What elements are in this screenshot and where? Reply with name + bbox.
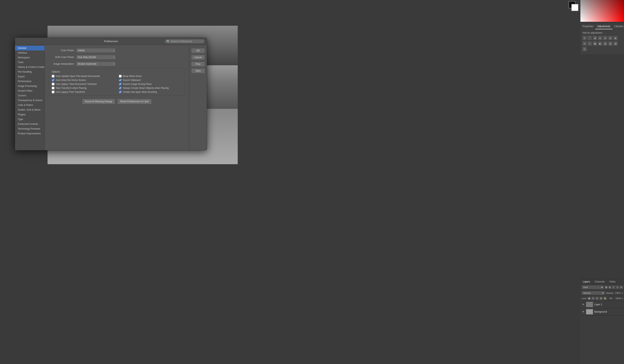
- checkbox-auto-update-label: Auto-Update Open File-based Documents: [56, 75, 100, 78]
- colorlookup-icon[interactable]: ▦: [593, 41, 597, 46]
- tab-adjustments[interactable]: Adjustments: [595, 24, 612, 29]
- color-picker-gradient[interactable]: [580, 0, 624, 22]
- posterize-icon[interactable]: ▤: [603, 41, 607, 46]
- tab-properties[interactable]: Properties: [580, 24, 595, 29]
- fg-bg-swatches[interactable]: [569, 1, 579, 11]
- sidebar-item-plugins[interactable]: Plugins: [15, 112, 45, 117]
- checkbox-new-layer-brush-input[interactable]: [119, 91, 122, 93]
- layer-visibility-layer1[interactable]: 👁: [582, 303, 585, 306]
- checkbox-home-screen-input[interactable]: [52, 79, 54, 82]
- layer-visibility-background[interactable]: 👁: [582, 310, 585, 313]
- hsl-icon[interactable]: ⊕: [603, 36, 607, 40]
- tab-libraries[interactable]: Libraries: [612, 24, 624, 29]
- brightness-icon[interactable]: ☀: [582, 36, 587, 40]
- filter-smart-icon[interactable]: ◈: [620, 286, 623, 289]
- gradient-map-icon[interactable]: ▧: [613, 41, 618, 46]
- color-picker-select[interactable]: Adobe Windows macOS: [76, 48, 116, 53]
- prev-button[interactable]: Prev: [191, 62, 205, 67]
- checkbox-resize-place-input[interactable]: [119, 83, 122, 86]
- sidebar-item-enhanced[interactable]: Enhanced Controls: [15, 122, 45, 126]
- ok-button[interactable]: OK: [191, 48, 205, 53]
- checkbox-export-clipboard-input[interactable]: [119, 79, 122, 82]
- checkbox-legacy-new-input[interactable]: [52, 83, 54, 86]
- hud-color-picker-select-wrapper: Hue Strip (Small) Hue Strip (Medium) Hue…: [76, 55, 116, 60]
- colorbal-icon[interactable]: ⊞: [608, 36, 613, 40]
- adjustment-icons-row1: ☀ ⌒ ◑ ◈ ⊕ ⊞ ◐: [582, 36, 622, 40]
- sidebar-item-export[interactable]: Export: [15, 74, 45, 79]
- lock-all-btn[interactable]: 🔒: [603, 297, 607, 300]
- checkbox-legacy-free: Use Legacy Free Transform: [52, 91, 115, 93]
- sidebar-item-guides[interactable]: Guides, Grid & Slices: [15, 107, 45, 112]
- sidebar-item-history[interactable]: History & Content Credentials: [15, 65, 45, 69]
- layers-lock-row: Lock: ▣ ✎ ✛ ⊞ 🔒 Fill: 100% ▾: [580, 296, 624, 301]
- checkbox-skip-transform-input[interactable]: [52, 87, 54, 90]
- photofilter-icon[interactable]: ◫: [582, 41, 587, 46]
- filter-shape-icon[interactable]: ◻: [616, 286, 619, 289]
- opacity-chevron[interactable]: ▾: [622, 292, 623, 294]
- image-interpolation-select-wrapper: Nearest Neighbor Bilinear Bicubic Bicubi…: [76, 62, 116, 66]
- layer-thumb-layer1: [586, 302, 593, 307]
- preferences-search-area: 🔍: [165, 39, 205, 43]
- filter-adj-icon[interactable]: ◐: [608, 286, 612, 289]
- sidebar-item-type[interactable]: Type: [15, 117, 45, 122]
- sidebar-item-imageprocessing[interactable]: Image Processing: [15, 84, 45, 89]
- checkbox-beep-input[interactable]: [119, 75, 122, 78]
- sidebar-item-interface[interactable]: Interface: [15, 50, 45, 55]
- background-swatch[interactable]: [571, 4, 578, 11]
- bw-icon[interactable]: ◐: [613, 36, 618, 40]
- exposure-icon[interactable]: ◑: [593, 36, 597, 40]
- image-interpolation-select[interactable]: Nearest Neighbor Bilinear Bicubic Bicubi…: [76, 62, 116, 66]
- vibrance-icon[interactable]: ◈: [598, 36, 602, 40]
- filter-pixel-icon[interactable]: ▣: [605, 286, 608, 289]
- hud-color-picker-select[interactable]: Hue Strip (Small) Hue Strip (Medium) Hue…: [76, 55, 116, 60]
- sidebar-item-general[interactable]: General: [15, 46, 45, 50]
- sidebar-item-performance[interactable]: Performance: [15, 79, 45, 84]
- preferences-main: Color Picker: Adobe Windows macOS ▾ HUD …: [45, 45, 189, 150]
- fill-chevron[interactable]: ▾: [622, 297, 623, 299]
- next-button[interactable]: Next: [191, 68, 205, 73]
- layers-filter-row: Kind ▣ ◐ T ◻ ◈: [580, 284, 624, 290]
- sidebar-item-units[interactable]: Units & Rulers: [15, 103, 45, 107]
- channelmix-icon[interactable]: ≡: [588, 41, 592, 46]
- reset-warnings-button[interactable]: Reset All Warning Dialogs: [82, 99, 115, 104]
- blend-mode-select[interactable]: Normal Dissolve Multiply: [582, 291, 605, 295]
- opacity-label: Opacity:: [606, 292, 614, 294]
- layer-name-background: Background: [594, 310, 607, 313]
- layers-filter-select[interactable]: Kind: [582, 285, 604, 289]
- adjustments-content: Add an adjustment ☀ ⌒ ◑ ◈ ⊕ ⊞ ◐ ◫ ≡ ▦ ◧ …: [580, 29, 624, 54]
- sidebar-item-cursors[interactable]: Cursors: [15, 93, 45, 98]
- layers-panel: Layers Channels Paths Kind ▣ ◐ T ◻ ◈ Nor…: [580, 279, 624, 364]
- checkbox-smart-objects-input[interactable]: [119, 87, 122, 90]
- sidebar-item-transparency[interactable]: Transparency & Gamut: [15, 98, 45, 103]
- sidebar-item-scratchdisks[interactable]: Scratch Disks: [15, 89, 45, 93]
- sidebar-item-product[interactable]: Product Improvement: [15, 131, 45, 136]
- invert-icon[interactable]: ◧: [598, 41, 602, 46]
- sidebar-item-filehandling[interactable]: File Handling: [15, 69, 45, 74]
- preferences-action-buttons: OK Cancel Prev Next: [189, 45, 207, 150]
- threshold-icon[interactable]: ▥: [608, 41, 613, 46]
- sidebar-item-technology[interactable]: Technology Previews: [15, 126, 45, 131]
- checkbox-smart-objects-label: Always Create Smart Objects when Placing: [123, 87, 169, 90]
- lock-move-btn[interactable]: ✛: [596, 297, 599, 300]
- layer-item-background[interactable]: 👁 Background: [580, 308, 624, 316]
- curves-icon[interactable]: ⌒: [588, 36, 592, 40]
- reset-prefs-button[interactable]: Reset Preferences On Quit: [117, 99, 152, 104]
- checkbox-new-layer-brush: Create new layer when brushing: [119, 91, 182, 93]
- checkbox-export-clipboard-label: Export Clipboard: [123, 79, 140, 82]
- sidebar-item-tools[interactable]: Tools: [15, 60, 45, 65]
- tab-paths[interactable]: Paths: [607, 279, 618, 284]
- hud-color-picker-row: HUD Color Picker: Hue Strip (Small) Hue …: [49, 55, 185, 60]
- tab-layers[interactable]: Layers: [580, 279, 592, 284]
- lock-pixels-btn[interactable]: ▣: [588, 297, 591, 300]
- search-input[interactable]: [171, 40, 199, 43]
- selective-color-icon[interactable]: ⊡: [582, 47, 587, 51]
- cancel-button[interactable]: Cancel: [191, 55, 205, 60]
- checkbox-legacy-free-input[interactable]: [52, 91, 54, 93]
- tab-channels[interactable]: Channels: [592, 279, 607, 284]
- checkbox-auto-update-input[interactable]: [52, 75, 54, 78]
- filter-type-icon[interactable]: T: [612, 286, 615, 289]
- sidebar-item-workspace[interactable]: Workspace: [15, 55, 45, 60]
- lock-artboard-btn[interactable]: ⊞: [599, 297, 603, 300]
- layer-item-layer1[interactable]: 👁 Layer 1: [580, 301, 624, 308]
- lock-draw-btn[interactable]: ✎: [592, 297, 595, 300]
